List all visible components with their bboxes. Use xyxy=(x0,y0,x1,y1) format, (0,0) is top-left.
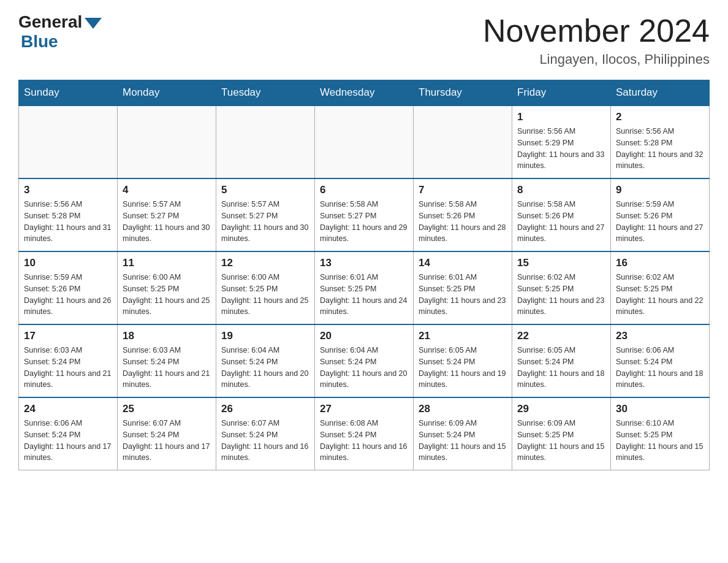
weekday-header-friday: Friday xyxy=(512,80,611,106)
calendar-table: SundayMondayTuesdayWednesdayThursdayFrid… xyxy=(18,80,710,470)
day-info: Sunrise: 5:58 AMSunset: 5:26 PMDaylight:… xyxy=(419,199,507,245)
calendar-cell: 17Sunrise: 6:03 AMSunset: 5:24 PMDayligh… xyxy=(19,324,118,397)
day-number: 30 xyxy=(616,403,704,415)
calendar-cell: 14Sunrise: 6:01 AMSunset: 5:25 PMDayligh… xyxy=(414,251,512,324)
day-info: Sunrise: 6:00 AMSunset: 5:25 PMDaylight:… xyxy=(123,272,211,318)
weekday-header-wednesday: Wednesday xyxy=(315,80,414,106)
calendar-cell: 18Sunrise: 6:03 AMSunset: 5:24 PMDayligh… xyxy=(118,324,216,397)
day-number: 7 xyxy=(419,184,507,196)
calendar-cell: 19Sunrise: 6:04 AMSunset: 5:24 PMDayligh… xyxy=(216,324,315,397)
calendar-cell: 8Sunrise: 5:58 AMSunset: 5:26 PMDaylight… xyxy=(512,178,611,251)
calendar-cell: 26Sunrise: 6:07 AMSunset: 5:24 PMDayligh… xyxy=(216,397,315,470)
calendar-cell xyxy=(216,105,315,178)
day-number: 11 xyxy=(123,257,211,269)
day-info: Sunrise: 5:57 AMSunset: 5:27 PMDaylight:… xyxy=(221,199,309,245)
day-number: 2 xyxy=(616,111,704,123)
day-number: 6 xyxy=(320,184,408,196)
month-title: November 2024 xyxy=(483,12,710,49)
logo-general-text: General xyxy=(18,12,82,32)
day-info: Sunrise: 6:07 AMSunset: 5:24 PMDaylight:… xyxy=(221,418,309,464)
calendar-cell: 6Sunrise: 5:58 AMSunset: 5:27 PMDaylight… xyxy=(315,178,414,251)
day-info: Sunrise: 6:03 AMSunset: 5:24 PMDaylight:… xyxy=(24,345,112,391)
day-number: 27 xyxy=(320,403,408,415)
day-info: Sunrise: 6:06 AMSunset: 5:24 PMDaylight:… xyxy=(24,418,112,464)
day-info: Sunrise: 6:07 AMSunset: 5:24 PMDaylight:… xyxy=(123,418,211,464)
day-info: Sunrise: 6:05 AMSunset: 5:24 PMDaylight:… xyxy=(517,345,605,391)
day-number: 12 xyxy=(221,257,309,269)
calendar-cell xyxy=(19,105,118,178)
day-number: 16 xyxy=(616,257,704,269)
day-info: Sunrise: 6:06 AMSunset: 5:24 PMDaylight:… xyxy=(616,345,704,391)
day-info: Sunrise: 6:04 AMSunset: 5:24 PMDaylight:… xyxy=(221,345,309,391)
calendar-cell: 15Sunrise: 6:02 AMSunset: 5:25 PMDayligh… xyxy=(512,251,611,324)
week-row-4: 17Sunrise: 6:03 AMSunset: 5:24 PMDayligh… xyxy=(19,324,710,397)
day-number: 4 xyxy=(123,184,211,196)
day-number: 26 xyxy=(221,403,309,415)
calendar-cell xyxy=(414,105,512,178)
day-info: Sunrise: 5:56 AMSunset: 5:28 PMDaylight:… xyxy=(24,199,112,245)
page-header: General Blue November 2024 Lingayen, Ilo… xyxy=(18,12,710,67)
weekday-header-row: SundayMondayTuesdayWednesdayThursdayFrid… xyxy=(19,80,710,106)
calendar-cell: 11Sunrise: 6:00 AMSunset: 5:25 PMDayligh… xyxy=(118,251,216,324)
week-row-2: 3Sunrise: 5:56 AMSunset: 5:28 PMDaylight… xyxy=(19,178,710,251)
day-number: 9 xyxy=(616,184,704,196)
calendar-cell: 25Sunrise: 6:07 AMSunset: 5:24 PMDayligh… xyxy=(118,397,216,470)
location-subtitle: Lingayen, Ilocos, Philippines xyxy=(483,52,710,67)
calendar-cell xyxy=(315,105,414,178)
day-number: 19 xyxy=(221,330,309,342)
day-number: 20 xyxy=(320,330,408,342)
title-section: November 2024 Lingayen, Ilocos, Philippi… xyxy=(483,12,710,67)
day-number: 24 xyxy=(24,403,112,415)
day-number: 13 xyxy=(320,257,408,269)
calendar-cell: 2Sunrise: 5:56 AMSunset: 5:28 PMDaylight… xyxy=(611,105,710,178)
calendar-cell: 28Sunrise: 6:09 AMSunset: 5:24 PMDayligh… xyxy=(414,397,512,470)
calendar-cell: 20Sunrise: 6:04 AMSunset: 5:24 PMDayligh… xyxy=(315,324,414,397)
day-number: 23 xyxy=(616,330,704,342)
day-number: 14 xyxy=(419,257,507,269)
weekday-header-monday: Monday xyxy=(118,80,216,106)
day-info: Sunrise: 6:09 AMSunset: 5:25 PMDaylight:… xyxy=(517,418,605,464)
week-row-1: 1Sunrise: 5:56 AMSunset: 5:29 PMDaylight… xyxy=(19,105,710,178)
calendar-cell: 10Sunrise: 5:59 AMSunset: 5:26 PMDayligh… xyxy=(19,251,118,324)
calendar-cell: 4Sunrise: 5:57 AMSunset: 5:27 PMDaylight… xyxy=(118,178,216,251)
day-info: Sunrise: 6:01 AMSunset: 5:25 PMDaylight:… xyxy=(320,272,408,318)
day-info: Sunrise: 6:02 AMSunset: 5:25 PMDaylight:… xyxy=(517,272,605,318)
logo-general: General xyxy=(18,12,102,32)
weekday-header-saturday: Saturday xyxy=(611,80,710,106)
day-info: Sunrise: 5:58 AMSunset: 5:27 PMDaylight:… xyxy=(320,199,408,245)
day-info: Sunrise: 6:08 AMSunset: 5:24 PMDaylight:… xyxy=(320,418,408,464)
calendar-cell: 12Sunrise: 6:00 AMSunset: 5:25 PMDayligh… xyxy=(216,251,315,324)
day-info: Sunrise: 6:10 AMSunset: 5:25 PMDaylight:… xyxy=(616,418,704,464)
day-number: 29 xyxy=(517,403,605,415)
day-info: Sunrise: 6:01 AMSunset: 5:25 PMDaylight:… xyxy=(419,272,507,318)
day-info: Sunrise: 6:04 AMSunset: 5:24 PMDaylight:… xyxy=(320,345,408,391)
calendar-cell: 27Sunrise: 6:08 AMSunset: 5:24 PMDayligh… xyxy=(315,397,414,470)
day-number: 8 xyxy=(517,184,605,196)
day-number: 21 xyxy=(419,330,507,342)
weekday-header-thursday: Thursday xyxy=(414,80,512,106)
day-info: Sunrise: 6:09 AMSunset: 5:24 PMDaylight:… xyxy=(419,418,507,464)
day-info: Sunrise: 5:56 AMSunset: 5:28 PMDaylight:… xyxy=(616,126,704,172)
day-number: 17 xyxy=(24,330,112,342)
day-info: Sunrise: 5:59 AMSunset: 5:26 PMDaylight:… xyxy=(616,199,704,245)
day-number: 1 xyxy=(517,111,605,123)
day-number: 3 xyxy=(24,184,112,196)
day-number: 10 xyxy=(24,257,112,269)
day-number: 22 xyxy=(517,330,605,342)
calendar-cell: 22Sunrise: 6:05 AMSunset: 5:24 PMDayligh… xyxy=(512,324,611,397)
day-info: Sunrise: 6:00 AMSunset: 5:25 PMDaylight:… xyxy=(221,272,309,318)
day-info: Sunrise: 6:02 AMSunset: 5:25 PMDaylight:… xyxy=(616,272,704,318)
calendar-cell: 29Sunrise: 6:09 AMSunset: 5:25 PMDayligh… xyxy=(512,397,611,470)
day-info: Sunrise: 6:03 AMSunset: 5:24 PMDaylight:… xyxy=(123,345,211,391)
day-number: 25 xyxy=(123,403,211,415)
logo-arrow-icon xyxy=(85,18,102,29)
day-info: Sunrise: 5:57 AMSunset: 5:27 PMDaylight:… xyxy=(123,199,211,245)
calendar-cell: 7Sunrise: 5:58 AMSunset: 5:26 PMDaylight… xyxy=(414,178,512,251)
day-info: Sunrise: 6:05 AMSunset: 5:24 PMDaylight:… xyxy=(419,345,507,391)
day-info: Sunrise: 5:59 AMSunset: 5:26 PMDaylight:… xyxy=(24,272,112,318)
calendar-cell: 23Sunrise: 6:06 AMSunset: 5:24 PMDayligh… xyxy=(611,324,710,397)
calendar-cell: 21Sunrise: 6:05 AMSunset: 5:24 PMDayligh… xyxy=(414,324,512,397)
calendar-cell xyxy=(118,105,216,178)
day-info: Sunrise: 5:56 AMSunset: 5:29 PMDaylight:… xyxy=(517,126,605,172)
calendar-cell: 9Sunrise: 5:59 AMSunset: 5:26 PMDaylight… xyxy=(611,178,710,251)
